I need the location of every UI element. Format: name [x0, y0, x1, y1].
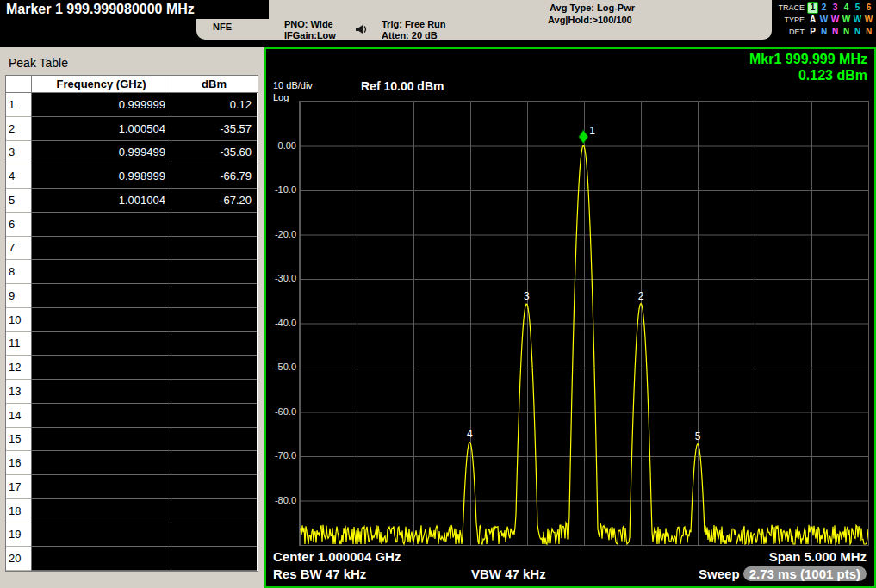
- table-row: 14: [6, 404, 258, 428]
- cell-dbm: [171, 475, 257, 499]
- trace-6-det-indicator[interactable]: N: [863, 27, 874, 37]
- ifgain-annotation[interactable]: IFGain:Low: [284, 30, 336, 40]
- trace-5-trace-indicator[interactable]: 5: [852, 3, 863, 13]
- pno-annotation[interactable]: PNO: Wide: [284, 19, 333, 29]
- trace-1-trace-indicator[interactable]: 1: [807, 2, 818, 14]
- trace-4-trace-indicator[interactable]: 4: [841, 3, 852, 13]
- center-frequency-annotation[interactable]: Center 1.000004 GHz: [273, 549, 401, 564]
- trace-3-det-indicator[interactable]: N: [829, 27, 841, 37]
- y-axis-label: -40.0: [266, 318, 296, 329]
- peak-table-title: Peak Table: [9, 56, 68, 70]
- cell-dbm: [171, 523, 257, 548]
- spectrum-trace-line: [300, 145, 868, 544]
- trace-status-row-trace: TRACE123456: [772, 2, 875, 14]
- scale-per-div-label[interactable]: 10 dB/div: [273, 80, 313, 90]
- y-axis-label: -60.0: [266, 406, 296, 418]
- log-scale-label[interactable]: Log: [273, 92, 289, 102]
- ref-level-annotation[interactable]: Ref 10.00 dBm: [361, 79, 444, 93]
- trace-status-row-det: DETPNNNNN: [772, 26, 875, 38]
- table-row: 8: [6, 260, 258, 284]
- trace-status-block[interactable]: TRACE123456TYPEAWWWWWDETPNNNNN: [772, 2, 875, 38]
- cell-dbm: [171, 404, 257, 428]
- cell-frequency: [31, 356, 171, 380]
- trace-6-type-indicator[interactable]: W: [863, 15, 874, 25]
- cell-frequency: 1.000504: [31, 117, 171, 141]
- trace-5-det-indicator[interactable]: N: [852, 27, 863, 37]
- peak-label-4: 4: [467, 428, 473, 440]
- cell-frequency: [31, 523, 171, 548]
- table-row: 30.999499-35.60: [6, 141, 258, 165]
- avg-type-annotation[interactable]: Avg Type: Log-Pwr: [550, 3, 635, 13]
- table-row: 18: [6, 499, 258, 523]
- cell-dbm: -66.79: [171, 164, 257, 189]
- table-row: 51.001004-67.20: [6, 189, 258, 213]
- cell-frequency: [31, 308, 171, 332]
- cell-dbm: [171, 237, 257, 261]
- trace-status-row-type: TYPEAWWWWW: [772, 14, 875, 26]
- table-row: 20: [6, 547, 258, 571]
- cell-frequency: [31, 499, 171, 523]
- row-number: 9: [6, 284, 31, 308]
- trace-4-det-indicator[interactable]: N: [841, 27, 852, 37]
- column-header-dbm: dBm: [171, 76, 257, 92]
- trace-3-type-indicator[interactable]: W: [829, 15, 841, 25]
- cell-frequency: [31, 284, 171, 308]
- marker-1-diamond[interactable]: [579, 130, 588, 144]
- y-axis-label: -10.0: [266, 184, 296, 195]
- table-row: 40.998999-66.79: [6, 164, 258, 189]
- peak-label-2: 2: [638, 290, 644, 302]
- speaker-muted-icon[interactable]: [355, 22, 370, 38]
- cell-dbm: [171, 284, 257, 308]
- rbw-annotation[interactable]: Res BW 47 kHz: [273, 566, 366, 581]
- avg-hold-annotation[interactable]: Avg|Hold:>100/100: [548, 15, 632, 25]
- sweep-time-value[interactable]: 2.73 ms (1001 pts): [743, 566, 867, 581]
- row-number: 6: [6, 213, 31, 237]
- atten-annotation[interactable]: Atten: 20 dB: [382, 30, 438, 40]
- marker1-amplitude: 0.123 dBm: [749, 67, 867, 84]
- cell-frequency: [31, 332, 171, 356]
- table-row: 10.9999990.12: [6, 93, 258, 117]
- table-row: 7: [6, 237, 258, 261]
- trace-2-type-indicator[interactable]: W: [818, 15, 829, 25]
- trace-3-trace-indicator[interactable]: 3: [829, 3, 841, 13]
- row-number: 2: [6, 117, 31, 141]
- nfe-annotation[interactable]: NFE: [213, 22, 232, 32]
- active-marker-readout[interactable]: Marker 1 999.999080000 MHz: [0, 0, 269, 19]
- sweep-annotation[interactable]: Sweep 2.73 ms (1001 pts): [699, 566, 867, 581]
- vbw-annotation[interactable]: VBW 47 kHz: [471, 566, 546, 581]
- marker1-result-readout[interactable]: Mkr1 999.999 MHz 0.123 dBm: [749, 51, 867, 84]
- trace-row-label: TYPE: [772, 15, 805, 24]
- cell-frequency: 0.999999: [31, 93, 171, 117]
- cell-dbm: [171, 213, 257, 237]
- trace-row-label: DET: [772, 28, 805, 36]
- cell-frequency: [31, 475, 171, 499]
- cell-dbm: -67.20: [171, 189, 257, 213]
- y-axis-label: -80.0: [266, 495, 296, 506]
- cell-dbm: [171, 451, 257, 475]
- trace-1-type-indicator[interactable]: A: [807, 15, 818, 25]
- cell-frequency: [31, 404, 171, 428]
- row-number: 11: [6, 332, 31, 356]
- row-number: 10: [6, 308, 31, 332]
- cell-frequency: [31, 380, 171, 404]
- trace-row-label: TRACE: [772, 3, 805, 12]
- span-annotation[interactable]: Span 5.000 MHz: [769, 549, 867, 564]
- trace-2-trace-indicator[interactable]: 2: [818, 3, 829, 13]
- trace-6-trace-indicator[interactable]: 6: [863, 3, 874, 13]
- table-row: 19: [6, 523, 258, 548]
- cell-dbm: [171, 332, 257, 356]
- trigger-annotation[interactable]: Trig: Free Run: [382, 19, 446, 29]
- trace-1-det-indicator[interactable]: P: [807, 27, 818, 37]
- cell-dbm: [171, 428, 257, 452]
- cell-frequency: [31, 451, 171, 475]
- table-row: 16: [6, 451, 258, 475]
- cell-dbm: 0.12: [171, 93, 257, 117]
- trace-5-type-indicator[interactable]: W: [852, 15, 863, 25]
- peak-table: Frequency (GHz) dBm 10.9999990.1221.0005…: [5, 75, 258, 572]
- table-row: 15: [6, 428, 258, 452]
- cell-dbm: -35.60: [171, 141, 257, 165]
- trace-4-type-indicator[interactable]: W: [841, 15, 852, 25]
- cell-frequency: [31, 237, 171, 261]
- trace-2-det-indicator[interactable]: N: [818, 27, 829, 37]
- table-row: 6: [6, 213, 258, 237]
